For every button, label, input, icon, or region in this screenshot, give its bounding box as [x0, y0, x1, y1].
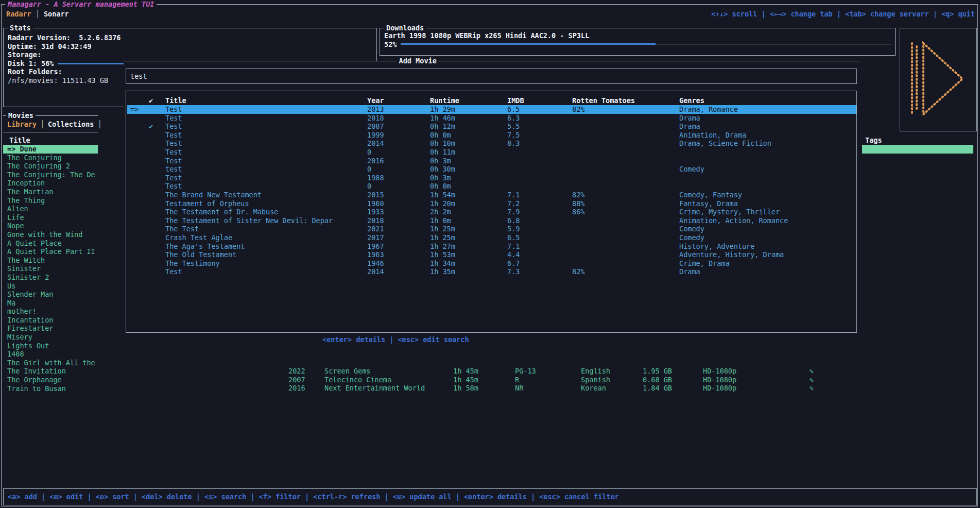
cell-title: The Old Testament	[165, 250, 236, 259]
movie-list-item[interactable]: Life	[3, 213, 98, 222]
cell-title: Test	[165, 131, 182, 140]
tab-divider: │	[36, 10, 40, 19]
result-row[interactable]: Test20141h 35m7.382%Drama	[127, 267, 856, 276]
cell-genres: History, Adventure	[679, 242, 754, 251]
movie-list-item[interactable]: Firestarter	[3, 324, 98, 333]
cell-quality: HD-1080p	[703, 367, 736, 376]
movies-title: Movies	[6, 111, 36, 120]
result-row[interactable]: The Brand New Testament20151h 54m7.182%C…	[127, 191, 856, 199]
cell-year: 2007	[367, 122, 384, 131]
result-row[interactable]: ✔Test20070h 12m5.5Drama	[127, 122, 856, 131]
search-input[interactable]: test	[126, 69, 857, 84]
keybindings-help-bottom: <a> add | <e> edit | <o> sort | <del> de…	[8, 493, 619, 501]
result-row[interactable]: The Aga's Testament19671h 27m7.1History,…	[127, 242, 856, 251]
cell-runtime: 1h 35m	[430, 267, 455, 276]
movies-tabs: Library │ Collections │	[7, 120, 106, 129]
downloads-body: Earth 1998 1080p WEBRip x265 Hindi AAC2.…	[380, 28, 895, 48]
result-row[interactable]: The Testimony19461h 34m6.7Crime, Drama	[127, 259, 856, 268]
selected-row-tags-cell[interactable]	[862, 145, 973, 154]
cell-studio: Screen Gems	[324, 367, 370, 376]
cell-runtime: 0h 12m	[430, 122, 455, 131]
movie-list-item[interactable]: A Quiet Place Part II	[3, 247, 98, 256]
cell-language: Korean	[581, 384, 606, 393]
result-row[interactable]: The Test20211h 25m5.9Comedy	[127, 225, 856, 233]
movie-list-item[interactable]: The Girl with All the	[3, 359, 98, 367]
result-row[interactable]: test00h 30mComedy	[127, 165, 856, 174]
movie-list-item[interactable]: Lights Out	[3, 342, 98, 350]
tab-library[interactable]: Library	[7, 120, 37, 129]
movie-list-item[interactable]: Incantation	[3, 316, 98, 325]
cell-quality: HD-1080p	[703, 376, 736, 384]
result-row[interactable]: Test20140h 10m8.3Drama, Science Fiction	[127, 139, 856, 148]
movie-list-item[interactable]: Alien	[3, 205, 98, 213]
result-row[interactable]: Testament of Orpheus19601h 20m7.288%Fant…	[127, 199, 856, 208]
cell-year: 2017	[367, 233, 384, 242]
cell-imdb: 8.3	[507, 139, 520, 148]
cell-title: The Aga's Testament	[165, 242, 245, 251]
result-row[interactable]: Crash Test Aglae20171h 25m6.5Comedy	[127, 233, 856, 242]
cell-size: 0.68 GB	[643, 376, 672, 384]
movie-list-item[interactable]: The Thing	[3, 196, 98, 205]
cell-year: 2014	[367, 139, 384, 148]
result-row[interactable]: Test20160h 3m	[127, 157, 856, 165]
column-header-monitored: ✔	[149, 96, 153, 105]
cell-imdb: 7.5	[507, 131, 520, 140]
cell-genres: Animation, Action, Romance	[679, 216, 788, 225]
movie-list-item[interactable]: Ma	[3, 299, 98, 308]
movie-list-item[interactable]: Sinister 2	[3, 273, 98, 282]
result-row[interactable]: The Testament of Dr. Mabuse19332h 2m7.98…	[127, 208, 856, 216]
cell-rating: R	[515, 376, 519, 384]
cell-title: test	[165, 165, 182, 174]
cell-runtime: 1h 25m	[430, 225, 455, 233]
movie-list-item[interactable]: mother!	[3, 307, 98, 316]
movie-list-item[interactable]: 1408	[3, 350, 98, 359]
result-row[interactable]: The Old Testament19631h 53m4.4Adventure,…	[127, 250, 856, 259]
cell-imdb: 4.4	[507, 250, 520, 259]
movie-list-item[interactable]: => Dune	[3, 145, 98, 154]
movie-detail-row[interactable]: 2016Next Entertainment World1h 58mNRKore…	[0, 384, 980, 393]
movie-list-item[interactable]: Us	[3, 282, 98, 291]
movie-list-item[interactable]: Sinister	[3, 264, 98, 273]
movie-list-item[interactable]: The Martian	[3, 188, 98, 196]
cell-runtime: 1h 0m	[430, 216, 451, 225]
movie-list-item[interactable]: A Quiet Place	[3, 239, 98, 248]
movie-list-item[interactable]: Gone with the Wind	[3, 230, 98, 239]
cell-genres: Comedy	[679, 233, 704, 242]
storage-label: Storage:	[8, 50, 372, 59]
result-row[interactable]: The Testament of Sister New Devil: Depar…	[127, 216, 856, 225]
movie-detail-row[interactable]: 2022Screen Gems1h 45mPG-13English1.95 GB…	[0, 367, 980, 376]
cell-year: 1967	[367, 242, 384, 251]
movie-detail-row[interactable]: 2007Telecinco Cinema1h 45mRSpanish0.68 G…	[0, 376, 980, 384]
movie-list-item[interactable]: The Witch	[3, 256, 98, 265]
column-header-imdb: IMDB	[507, 96, 524, 105]
cell-title: Test	[165, 139, 182, 148]
tab-sonarr[interactable]: Sonarr	[44, 10, 69, 19]
search-value: test	[130, 72, 147, 81]
result-row[interactable]: Test20181h 46m6.3Drama	[127, 114, 856, 123]
cell-genres: Crime, Mystery, Thriller	[679, 208, 780, 216]
tab-collections[interactable]: Collections	[48, 120, 94, 129]
movie-list-item[interactable]: Slender Man	[3, 290, 98, 299]
movie-list-item[interactable]: Nope	[3, 222, 98, 230]
result-row[interactable]: Test00h 11m	[127, 148, 856, 157]
cell-year: 2016	[288, 384, 305, 393]
movie-details-rows: 2022Screen Gems1h 45mPG-13English1.95 GB…	[0, 367, 980, 393]
movie-list-item[interactable]: The Conjuring 2	[3, 162, 98, 171]
movie-list-item[interactable]: Misery	[3, 333, 98, 342]
result-row[interactable]: Test19990h 0m7.5Animation, Drama	[127, 131, 856, 140]
result-row[interactable]: Test00h 0m	[127, 182, 856, 191]
title-column-header: Title	[9, 136, 30, 145]
movie-list-item[interactable]: The Conjuring: The De	[3, 171, 98, 179]
uptime: Uptime: 31d 04:32:49	[8, 42, 372, 51]
cell-year: 2018	[367, 216, 384, 225]
download-item[interactable]: Earth 1998 1080p WEBRip x265 Hindi AAC2.…	[384, 31, 891, 40]
cell-genres: Comedy, Fantasy	[679, 191, 742, 199]
result-row[interactable]: =>Test20131h 29m6.582%Drama, Romance	[127, 105, 856, 114]
result-row[interactable]: Test19880h 3m	[127, 174, 856, 182]
bottom-help-bar: <a> add | <e> edit | <o> sort | <del> de…	[3, 488, 977, 505]
cell-imdb: 5.9	[507, 225, 520, 233]
cell-genres: Animation, Drama	[679, 131, 746, 140]
movie-list-item[interactable]: The Conjuring	[3, 154, 98, 162]
movie-list-item[interactable]: Inception	[3, 179, 98, 188]
tab-radarr[interactable]: Radarr	[6, 10, 31, 19]
